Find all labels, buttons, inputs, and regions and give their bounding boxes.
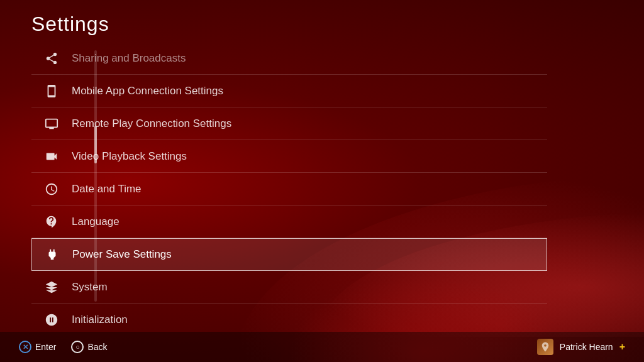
enter-label: Enter [35,342,56,352]
user-info: Patrick Hearn + [537,339,625,355]
page-title: Settings [0,0,644,42]
system-icon [42,280,62,294]
back-label: Back [87,342,107,352]
menu-item-label: Video Playback Settings [72,150,187,163]
settings-menu: Sharing and Broadcasts Mobile App Connec… [31,42,547,332]
enter-action: ✕ Enter [19,341,56,353]
power-save-icon [42,248,62,261]
menu-item-sharing[interactable]: Sharing and Broadcasts [31,42,547,75]
init-icon [42,313,62,327]
menu-item-label: Power Save Settings [72,248,172,261]
circle-button-icon: ○ [71,341,84,353]
remote-play-icon [42,117,62,131]
menu-item-label: System [72,281,108,293]
menu-item-mobile-app[interactable]: Mobile App Connection Settings [31,75,547,107]
username: Patrick Hearn [560,342,613,352]
avatar [537,339,553,355]
menu-item-label: Date and Time [72,183,142,195]
menu-item-system[interactable]: System [31,271,547,304]
mobile-icon [42,84,62,98]
sharing-icon [42,52,62,65]
bottom-actions: ✕ Enter ○ Back [19,341,108,353]
menu-item-initialization[interactable]: Initialization [31,304,547,332]
menu-item-video-playback[interactable]: Video Playback Settings [31,140,547,173]
menu-item-remote-play[interactable]: Remote Play Connection Settings [31,107,547,140]
page-content: Settings Sharing and Broadcasts Mobile A… [0,0,644,362]
menu-item-date-time[interactable]: Date and Time [31,173,547,206]
back-action: ○ Back [71,341,107,353]
scrollbar-thumb [94,126,97,163]
psplus-icon: + [619,341,625,353]
menu-item-power-save[interactable]: Power Save Settings [31,238,547,271]
cross-button-icon: ✕ [19,341,31,353]
bottom-bar: ✕ Enter ○ Back Patrick Hearn + [0,332,644,362]
menu-item-label: Sharing and Broadcasts [72,52,186,65]
menu-item-label: Initialization [72,314,128,326]
clock-icon [42,182,62,196]
video-icon [42,150,62,163]
language-icon [42,215,62,229]
scrollbar[interactable] [94,50,97,302]
menu-item-language[interactable]: Language [31,206,547,238]
